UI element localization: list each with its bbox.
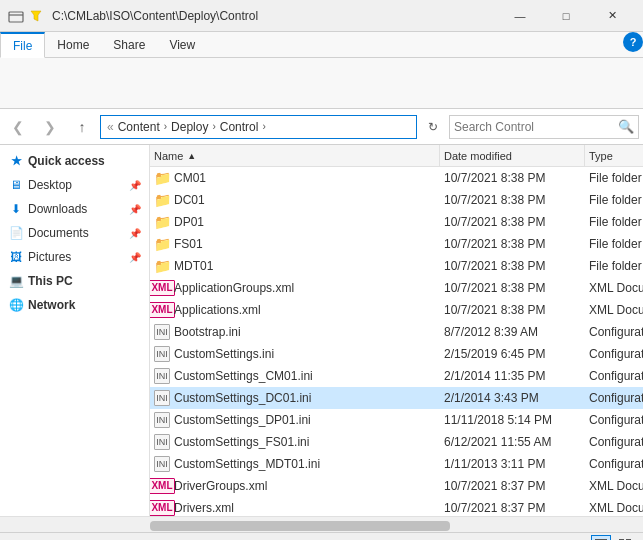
horizontal-scrollbar-thumb[interactable] [150,521,450,531]
documents-label: Documents [28,226,89,240]
search-icon: 🔍 [618,119,634,134]
table-row[interactable]: XML ApplicationGroups.xml 10/7/2021 8:38… [150,277,643,299]
path-separator-1: « [107,120,114,134]
table-row[interactable]: 📁 DC01 10/7/2021 8:38 PM File folder [150,189,643,211]
file-name-cell: INI CustomSettings.ini [150,343,440,365]
ribbon: File Home Share View ? [0,32,643,109]
pin-icon-desktop: 📌 [129,180,141,191]
refresh-button[interactable]: ↻ [421,115,445,139]
file-type-cell: XML Document [585,475,643,497]
sort-arrow-name: ▲ [187,151,196,161]
window-controls[interactable]: — □ ✕ [497,0,635,32]
large-icons-view-button[interactable] [615,535,635,541]
file-name: ApplicationGroups.xml [174,281,294,295]
downloads-label: Downloads [28,202,87,216]
file-name: DC01 [174,193,205,207]
search-input[interactable] [454,120,614,134]
path-part-control[interactable]: Control [220,120,259,134]
file-name: CustomSettings_DP01.ini [174,413,311,427]
path-arrow-2[interactable]: › [212,121,215,132]
table-row[interactable]: XML Applications.xml 10/7/2021 8:38 PM X… [150,299,643,321]
file-icon: INI [154,390,170,406]
table-row[interactable]: XML DriverGroups.xml 10/7/2021 8:37 PM X… [150,475,643,497]
table-row[interactable]: INI CustomSettings_CM01.ini 2/1/2014 11:… [150,365,643,387]
tab-home[interactable]: Home [45,32,101,57]
path-part-content[interactable]: Content [118,120,160,134]
help-button[interactable]: ? [623,32,643,52]
title-icon-1 [8,8,24,24]
title-icon-2 [28,8,44,24]
table-row[interactable]: 📁 DP01 10/7/2021 8:38 PM File folder [150,211,643,233]
file-name: Applications.xml [174,303,261,317]
pin-icon-documents: 📌 [129,228,141,239]
status-bar: 26 items 1 item selected 1.05 KB [0,532,643,540]
file-name: DP01 [174,215,204,229]
col-header-type[interactable]: Type [585,145,643,166]
table-row[interactable]: 📁 FS01 10/7/2021 8:38 PM File folder [150,233,643,255]
col-date-label: Date modified [444,150,512,162]
sidebar-item-desktop[interactable]: 🖥 Desktop 📌 [0,173,149,197]
tab-file[interactable]: File [0,32,45,58]
sidebar-item-documents[interactable]: 📄 Documents 📌 [0,221,149,245]
ini-icon: INI [154,324,170,340]
close-button[interactable]: ✕ [589,0,635,32]
file-name-cell: 📁 CM01 [150,167,440,189]
details-view-button[interactable] [591,535,611,541]
file-date-cell: 1/11/2013 3:11 PM [440,453,585,475]
file-name-cell: INI CustomSettings_FS01.ini [150,431,440,453]
table-row[interactable]: INI CustomSettings.ini 2/15/2019 6:45 PM… [150,343,643,365]
address-bar: ❮ ❯ ↑ « Content › Deploy › Control › ↻ 🔍 [0,109,643,145]
file-type-cell: File folder [585,189,643,211]
back-button[interactable]: ❮ [4,113,32,141]
table-row[interactable]: 📁 CM01 10/7/2021 8:38 PM File folder [150,167,643,189]
table-row[interactable]: INI CustomSettings_DP01.ini 11/11/2018 5… [150,409,643,431]
sidebar-item-this-pc[interactable]: 💻 This PC [0,269,149,293]
star-icon: ★ [8,153,24,169]
file-icon: XML [154,478,170,494]
file-name-cell: INI CustomSettings_CM01.ini [150,365,440,387]
file-date-cell: 8/7/2012 8:39 AM [440,321,585,343]
file-name: CM01 [174,171,206,185]
path-arrow-3[interactable]: › [262,121,265,132]
maximize-button[interactable]: □ [543,0,589,32]
minimize-button[interactable]: — [497,0,543,32]
file-name-cell: XML DriverGroups.xml [150,475,440,497]
file-date-cell: 10/7/2021 8:38 PM [440,299,585,321]
table-row[interactable]: INI Bootstrap.ini 8/7/2012 8:39 AM Confi… [150,321,643,343]
path-part-deploy[interactable]: Deploy [171,120,208,134]
col-header-date[interactable]: Date modified [440,145,585,166]
file-icon: XML [154,302,170,318]
file-name-cell: INI CustomSettings_MDT01.ini [150,453,440,475]
network-icon: 🌐 [8,297,24,313]
table-row[interactable]: INI CustomSettings_DC01.ini 2/1/2014 3:4… [150,387,643,409]
file-name: CustomSettings.ini [174,347,274,361]
forward-button[interactable]: ❯ [36,113,64,141]
tab-view[interactable]: View [157,32,207,57]
up-button[interactable]: ↑ [68,113,96,141]
sidebar-item-quick-access[interactable]: ★ Quick access [0,149,149,173]
sidebar-item-downloads[interactable]: ⬇ Downloads 📌 [0,197,149,221]
tab-share[interactable]: Share [101,32,157,57]
network-label: Network [28,298,75,312]
file-name: CustomSettings_CM01.ini [174,369,313,383]
address-path[interactable]: « Content › Deploy › Control › [100,115,417,139]
file-date-cell: 6/12/2021 11:55 AM [440,431,585,453]
file-icon: INI [154,324,170,340]
file-list-header: Name ▲ Date modified Type Size [150,145,643,167]
xml-icon: XML [150,478,175,494]
sidebar-item-pictures[interactable]: 🖼 Pictures 📌 [0,245,149,269]
table-row[interactable]: XML Drivers.xml 10/7/2021 8:37 PM XML Do… [150,497,643,516]
table-row[interactable]: INI CustomSettings_MDT01.ini 1/11/2013 3… [150,453,643,475]
file-name: CustomSettings_FS01.ini [174,435,309,449]
file-date-cell: 10/7/2021 8:37 PM [440,475,585,497]
search-box[interactable]: 🔍 [449,115,639,139]
sidebar-item-network[interactable]: 🌐 Network [0,293,149,317]
main-area: ★ Quick access 🖥 Desktop 📌 ⬇ Downloads 📌… [0,145,643,516]
file-name-cell: 📁 DC01 [150,189,440,211]
table-row[interactable]: INI CustomSettings_FS01.ini 6/12/2021 11… [150,431,643,453]
file-type-cell: File folder [585,255,643,277]
table-row[interactable]: 📁 MDT01 10/7/2021 8:38 PM File folder [150,255,643,277]
path-arrow-1[interactable]: › [164,121,167,132]
col-header-name[interactable]: Name ▲ [150,145,440,166]
ini-icon: INI [154,346,170,362]
